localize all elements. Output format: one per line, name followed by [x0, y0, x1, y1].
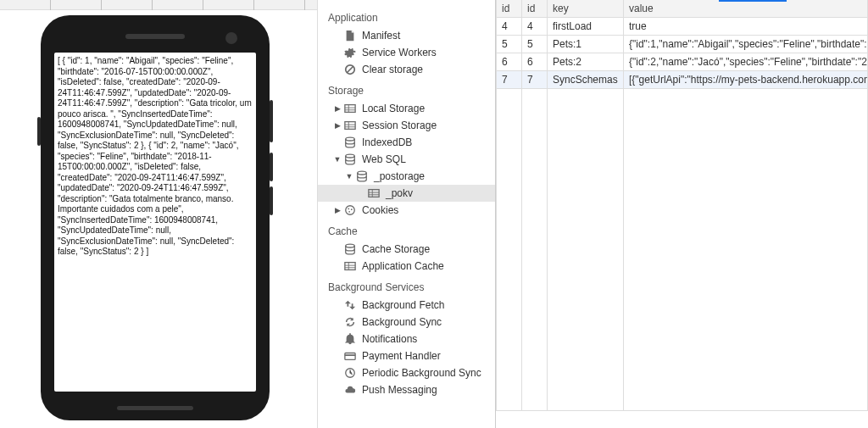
group-application: Application: [318, 5, 495, 27]
tree-label: Cookies: [362, 204, 492, 216]
table-row[interactable]: 5 5 Pets:1 {"id":1,"name":"Abigail","spe…: [497, 36, 868, 53]
cell-id: 5: [497, 36, 522, 53]
col-id[interactable]: id: [522, 0, 548, 18]
service-workers-item[interactable]: Service Workers: [318, 44, 495, 61]
svg-rect-13: [369, 190, 379, 197]
grid-icon: [343, 260, 357, 272]
storage-table-pane: id id key value 4 4 firstLoad true 5 5 P…: [496, 0, 868, 428]
transfer-icon: [343, 299, 357, 311]
table-body: 4 4 firstLoad true 5 5 Pets:1 {"id":1,"n…: [497, 18, 868, 411]
tree-label: Background Sync: [362, 316, 492, 328]
active-tab-indicator: [719, 0, 787, 2]
bell-icon: [343, 333, 357, 345]
tree-label: Periodic Background Sync: [362, 367, 492, 379]
device-speaker: [125, 34, 185, 39]
session-storage-item[interactable]: ▶ Session Storage: [318, 117, 495, 134]
col-id[interactable]: id: [497, 0, 522, 18]
clear-icon: [343, 64, 357, 75]
tree-label: Session Storage: [362, 120, 492, 131]
tree-label: Notifications: [362, 333, 492, 345]
payment-handler-item[interactable]: Payment Handler: [318, 347, 495, 364]
clear-storage-item[interactable]: Clear storage: [318, 61, 495, 78]
col-key[interactable]: key: [548, 0, 624, 18]
device-homebar: [117, 406, 193, 410]
cell-key: Pets:1: [548, 36, 624, 53]
tree-label: Web SQL: [362, 153, 492, 165]
svg-point-21: [346, 244, 355, 247]
database-icon: [355, 170, 369, 182]
svg-line-1: [348, 67, 353, 73]
ruler: [0, 0, 317, 10]
group-bg-services: Background Services: [318, 275, 495, 297]
tree-label: Local Storage: [362, 103, 492, 114]
svg-point-11: [346, 154, 355, 158]
table-row[interactable]: 7 7 SyncSchemas [{"getUrlApi":"https://m…: [497, 71, 868, 89]
svg-rect-2: [345, 105, 355, 113]
cookies-item[interactable]: ▶ Cookies: [318, 202, 495, 219]
svg-rect-22: [345, 263, 355, 270]
grid-icon: [343, 120, 357, 131]
local-storage-item[interactable]: ▶ Local Storage: [318, 100, 495, 117]
manifest-icon: [343, 30, 357, 42]
table-header-row[interactable]: id id key value: [497, 0, 868, 18]
device-camera: [225, 32, 237, 44]
chevron-down-icon: ▼: [345, 172, 353, 181]
cookie-icon: [343, 204, 357, 216]
gear-icon: [343, 47, 357, 58]
svg-point-19: [351, 208, 353, 210]
periodic-bg-sync-item[interactable]: Periodic Background Sync: [318, 364, 495, 381]
manifest-item[interactable]: Manifest: [318, 27, 495, 44]
cell-id: 7: [497, 71, 522, 89]
websql-item[interactable]: ▼ Web SQL: [318, 151, 495, 168]
devtools-root: [ { "id": 1, "name": "Abigail", "species…: [0, 0, 868, 428]
chevron-down-icon: ▼: [333, 155, 342, 164]
pokv-item[interactable]: _pokv: [318, 185, 495, 202]
tree-label: _postorage: [374, 170, 492, 182]
bg-fetch-item[interactable]: Background Fetch: [318, 297, 495, 314]
cell-key: firstLoad: [548, 18, 624, 36]
tree-label: _pokv: [386, 187, 492, 199]
svg-rect-27: [345, 354, 355, 356]
tree-label: Payment Handler: [362, 350, 492, 362]
device-side-button: [270, 100, 273, 142]
postorage-item[interactable]: ▼ _postorage: [318, 168, 495, 185]
svg-point-12: [358, 171, 367, 175]
table-filler: [497, 89, 868, 411]
svg-rect-6: [345, 122, 355, 130]
cell-id: 4: [497, 18, 522, 36]
chevron-right-icon: ▶: [333, 206, 342, 214]
group-storage: Storage: [318, 78, 495, 100]
tree-label: Background Fetch: [362, 299, 492, 311]
cache-storage-item[interactable]: Cache Storage: [318, 241, 495, 258]
svg-point-18: [348, 208, 349, 209]
cell-value: [{"getUrlApi":"https://my-pets-backend.h…: [624, 71, 868, 89]
table-row[interactable]: 4 4 firstLoad true: [497, 18, 868, 36]
svg-rect-26: [345, 353, 355, 360]
table-row[interactable]: 6 6 Pets:2 {"id":2,"name":"Jacó","specie…: [497, 53, 868, 71]
svg-point-10: [346, 137, 355, 141]
indexeddb-item[interactable]: IndexedDB: [318, 134, 495, 151]
device-frame: [ { "id": 1, "name": "Abigail", "species…: [41, 15, 270, 420]
application-panel: Application Manifest Service Workers Cle…: [318, 0, 496, 428]
tree-label: Manifest: [362, 30, 492, 42]
cell-value: {"id":2,"name":"Jacó","species":"Feline"…: [624, 53, 868, 71]
tree-label: Cache Storage: [362, 243, 492, 255]
col-value[interactable]: value: [624, 0, 868, 18]
card-icon: [343, 350, 357, 362]
application-cache-item[interactable]: Application Cache: [318, 258, 495, 275]
bg-sync-item[interactable]: Background Sync: [318, 314, 495, 331]
svg-point-20: [348, 211, 350, 213]
svg-point-17: [346, 206, 355, 215]
sync-icon: [343, 316, 357, 328]
grid-icon: [343, 103, 357, 114]
cell-key: SyncSchemas: [548, 71, 624, 89]
notifications-item[interactable]: Notifications: [318, 331, 495, 347]
device-side-button: [270, 153, 273, 181]
push-messaging-item[interactable]: Push Messaging: [318, 381, 495, 398]
tree-label: Clear storage: [362, 64, 492, 75]
chevron-right-icon: ▶: [333, 104, 342, 113]
device-screen[interactable]: [ { "id": 1, "name": "Abigail", "species…: [54, 53, 256, 392]
cell-id: 6: [497, 53, 522, 71]
tree-label: Push Messaging: [362, 384, 492, 396]
grid-icon: [367, 187, 381, 199]
